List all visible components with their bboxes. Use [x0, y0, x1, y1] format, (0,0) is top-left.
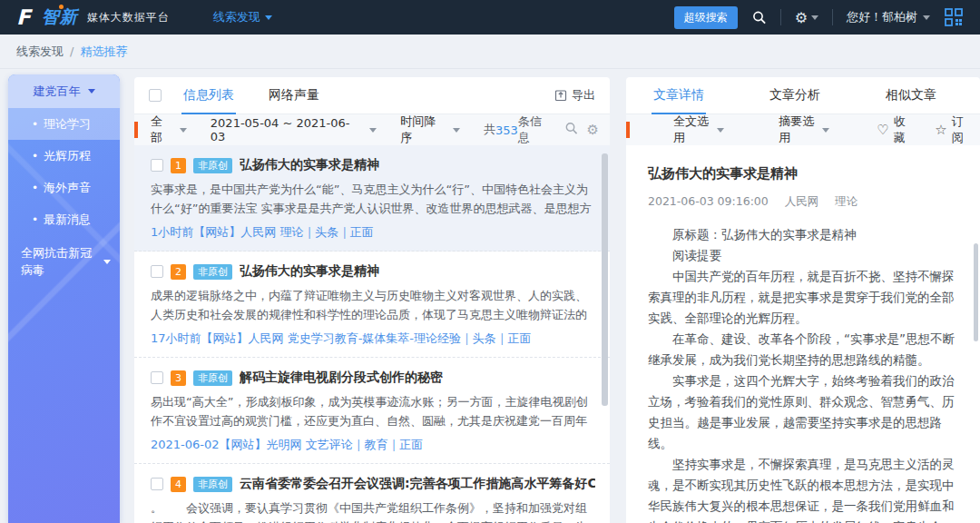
- article-category: 理论: [835, 194, 858, 208]
- chevron-down-icon: [717, 128, 724, 133]
- article-datetime: 2021-06-03 09:16:00: [648, 194, 769, 208]
- sort-dropdown[interactable]: 时间降序: [400, 113, 460, 146]
- item-checkbox[interactable]: [151, 159, 163, 172]
- subscribe-label: 订阅: [952, 113, 969, 146]
- list-item[interactable]: 2 非原创 弘扬伟大的实事求是精神 成果的逻辑脉络之中，内蕴了辩证唯物主义与历史…: [134, 252, 610, 358]
- list-item[interactable]: 1 非原创 弘扬伟大的实事求是精神 实事求是，是中国共产党为什么“能”、马克思主…: [134, 145, 610, 252]
- nav-item-clue-discovery[interactable]: 线索发现: [213, 9, 272, 25]
- tab-similar-articles[interactable]: 相似文章: [884, 77, 938, 114]
- list-search-icon[interactable]: [564, 122, 578, 138]
- chevron-down-icon: [369, 128, 377, 133]
- logo-f-icon: F: [16, 7, 31, 28]
- tab-network-volume[interactable]: 网络声量: [267, 77, 321, 114]
- article-paragraph: 中国共产党的百年历程，就是百折不挠、坚持不懈探索真理的非凡历程，就是把实事求是贯…: [648, 266, 956, 329]
- item-title[interactable]: 解码主旋律电视剧分段式创作的秘密: [240, 370, 443, 386]
- item-title[interactable]: 弘扬伟大的实事求是精神: [240, 157, 379, 173]
- qr-code-icon[interactable]: [944, 7, 964, 27]
- count-suffix: 条信息: [518, 113, 554, 146]
- result-count: 共 353 条信息: [484, 113, 554, 146]
- breadcrumb-current: 精选推荐: [80, 44, 127, 60]
- rank-badge: 4: [171, 477, 186, 492]
- item-meta: 1小时前【网站】人民网 理论｜头条｜正面: [151, 224, 595, 241]
- favorite-label: 收藏: [894, 113, 911, 146]
- nav-item-label: 线索发现: [213, 9, 260, 25]
- super-search-button[interactable]: 超级搜索: [674, 6, 738, 29]
- search-icon[interactable]: [751, 10, 767, 25]
- count-prefix: 共: [484, 122, 495, 138]
- article-title: 弘扬伟大的实事求是精神: [648, 165, 956, 183]
- item-meta: 17小时前【网站】人民网 党史学习教育-媒体集萃-理论经验｜头条｜正面: [151, 331, 595, 347]
- accent-bar: [134, 122, 138, 138]
- select-all-checkbox[interactable]: [149, 89, 162, 102]
- bullet-icon: •: [32, 182, 38, 194]
- item-title[interactable]: 云南省委常委会召开会议强调:完善各项工作措施高水平筹备好COP15: [240, 476, 595, 492]
- article-paragraph: 坚持实事求是，不懈探索真理，是马克思主义活的灵魂，是不断实现其历史性飞跃的根本思…: [648, 454, 956, 523]
- chevron-down-icon: [265, 15, 272, 20]
- favorite-button[interactable]: 收藏: [877, 113, 911, 146]
- list-filter-row: 全部 2021-05-04 ~ 2021-06-03 时间降序 共 353 条信…: [134, 114, 610, 145]
- article-content: 弘扬伟大的实事求是精神 2021-06-03 09:16:00 人民网 理论 原…: [626, 165, 980, 523]
- count-number: 353: [495, 123, 518, 137]
- sidebar-item-overseas-voice[interactable]: • 海外声音: [8, 172, 120, 203]
- chevron-down-icon: [923, 15, 930, 20]
- star-outline-icon: [935, 122, 946, 138]
- list-tab-row: 信息列表 网络声量 导出: [134, 77, 610, 114]
- full-text-select-dropdown[interactable]: 全文选用: [673, 113, 724, 146]
- list-settings-icon[interactable]: [587, 122, 599, 138]
- item-title[interactable]: 弘扬伟大的实事求是精神: [240, 263, 379, 280]
- list-item[interactable]: 4 非原创 云南省委常委会召开会议强调:完善各项工作措施高水平筹备好COP15 …: [134, 464, 610, 523]
- top-bar: F 智新 媒体大数据平台 线索发现 超级搜索 您好！郁柏树: [0, 0, 980, 35]
- breadcrumb-root[interactable]: 线索发现: [16, 44, 64, 60]
- origin-badge: 非原创: [193, 158, 232, 173]
- breadcrumb: 线索发现 / 精选推荐: [0, 35, 980, 69]
- sidebar-item-latest-news[interactable]: • 最新消息: [8, 203, 120, 235]
- detail-tab-row: 文章详情 文章分析 相似文章: [626, 77, 980, 114]
- user-menu[interactable]: 您好！郁柏树: [847, 9, 930, 25]
- chevron-down-icon: [822, 128, 829, 133]
- sidebar-item-label: 最新消息: [44, 212, 91, 228]
- detail-scrollbar[interactable]: [974, 243, 978, 341]
- item-checkbox[interactable]: [151, 371, 163, 384]
- abstract-select-dropdown[interactable]: 摘要选用: [779, 113, 829, 146]
- article-paragraph: 实事求是，这四个光辉大字，始终考验着我们的政治立场，考验着我们的党性原则、群众观…: [648, 370, 956, 454]
- item-summary: 。 会议强调，要认真学习贯彻《中国共产党组织工作条例》，坚持和加强党对组织工作的…: [151, 498, 595, 523]
- export-icon: [554, 89, 567, 102]
- bullet-icon: •: [32, 150, 38, 163]
- sidebar-item-glorious-course[interactable]: • 光辉历程: [8, 140, 120, 172]
- sidebar-group-party-centenary[interactable]: 建党百年: [8, 74, 120, 108]
- full-text-select-label: 全文选用: [673, 113, 711, 146]
- detail-toolbar: 全文选用 摘要选用 收藏 订阅: [626, 114, 980, 145]
- subscribe-button[interactable]: 订阅: [935, 113, 969, 146]
- item-head: 4 非原创 云南省委常委会召开会议强调:完善各项工作措施高水平筹备好COP15: [151, 476, 595, 492]
- scope-filter-label: 全部: [151, 113, 174, 146]
- sidebar-item-label: 海外声音: [44, 180, 91, 196]
- item-summary: 易出现“高大全”，形成刻板印象，成为英模事迹流水账；另一方面，主旋律电视剧创作不…: [151, 392, 595, 430]
- item-meta: 2021-06-02【网站】光明网 文艺评论｜教育｜正面: [151, 437, 595, 453]
- tab-article-analysis[interactable]: 文章分析: [768, 77, 822, 114]
- detail-panel: 文章详情 文章分析 相似文章 全文选用 摘要选用 收藏 订阅 弘扬伟大的实事求是…: [626, 77, 980, 523]
- origin-badge: 非原创: [193, 477, 232, 492]
- scope-filter-dropdown[interactable]: 全部: [151, 113, 187, 146]
- tab-article-detail[interactable]: 文章详情: [652, 77, 706, 114]
- article-paragraph: 阅读提要: [648, 245, 956, 266]
- item-head: 1 非原创 弘扬伟大的实事求是精神: [151, 157, 595, 173]
- chevron-down-icon: [103, 260, 111, 264]
- abstract-select-label: 摘要选用: [779, 113, 817, 146]
- item-checkbox[interactable]: [151, 265, 163, 278]
- item-checkbox[interactable]: [151, 478, 163, 490]
- divider: [832, 9, 833, 25]
- article-meta: 2021-06-03 09:16:00 人民网 理论: [648, 194, 956, 210]
- sidebar-item-label: 光辉历程: [44, 148, 91, 164]
- sidebar-item-theory-study[interactable]: • 理论学习: [8, 108, 120, 140]
- item-summary: 实事求是，是中国共产党为什么“能”、马克思主义为什么“行”、中国特色社会主义为什…: [151, 180, 595, 218]
- settings-menu[interactable]: [795, 9, 818, 26]
- accent-bar: [626, 122, 630, 138]
- export-button[interactable]: 导出: [554, 87, 595, 104]
- tab-info-list[interactable]: 信息列表: [181, 77, 236, 114]
- list-item[interactable]: 3 非原创 解码主旋律电视剧分段式创作的秘密 易出现“高大全”，形成刻板印象，成…: [134, 358, 610, 464]
- user-greeting: 您好！郁柏树: [847, 9, 917, 25]
- list-scrollbar[interactable]: [602, 153, 608, 406]
- sidebar-group-covid[interactable]: 全网抗击新冠病毒: [8, 235, 120, 288]
- export-label: 导出: [572, 87, 595, 104]
- date-range-dropdown[interactable]: 2021-05-04 ~ 2021-06-03: [211, 116, 377, 143]
